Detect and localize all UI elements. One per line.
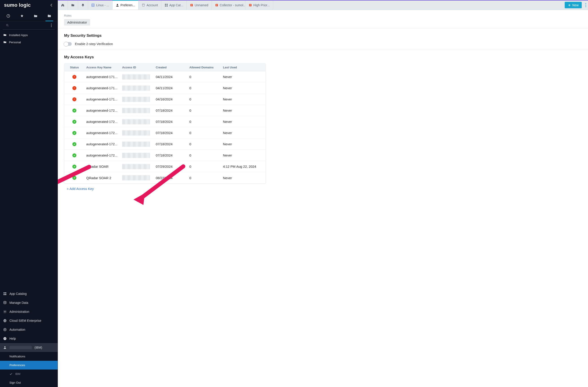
table-row[interactable]: autogenerated-171...04/16/20240Never (64, 94, 266, 105)
table-row[interactable]: autogenerated-171...04/11/20240Never (64, 71, 266, 83)
nav-shared[interactable] (30, 12, 41, 20)
svg-point-9 (4, 301, 6, 302)
tabs-overflow[interactable] (584, 0, 588, 10)
tab-high-priority[interactable]: High Prior... (245, 0, 273, 10)
tab-preferences[interactable]: Preferen... (112, 0, 139, 10)
nav-preferences[interactable]: Preferences (0, 361, 58, 369)
nav-label: Administration (9, 310, 29, 313)
key-id (120, 130, 154, 136)
tab-label: Unnamed (195, 3, 209, 7)
role-chip: Administrator (64, 19, 90, 25)
key-domains: 0 (188, 86, 221, 90)
table-row[interactable]: autogenerated-171...04/11/20240Never (64, 83, 266, 94)
tab-unnamed[interactable]: Unnamed (187, 0, 212, 10)
log-icon (215, 3, 218, 7)
col-id[interactable]: Access ID (120, 66, 154, 69)
status-warn-icon (72, 75, 76, 79)
tab-home[interactable] (58, 0, 68, 10)
nav-administration[interactable]: Administration (0, 307, 58, 316)
tab-label: High Prior... (253, 3, 270, 7)
col-name[interactable]: Access Key Name (84, 66, 120, 69)
add-access-key-link[interactable]: + Add Access Key (64, 184, 97, 194)
content-scroll[interactable]: Roles Administrator My Security Settings… (58, 10, 588, 387)
table-row[interactable]: autogenerated-172...07/18/20240Never (64, 116, 266, 127)
nav-label: Automation (9, 328, 25, 331)
table-row[interactable]: autogenerated-172...07/18/20240Never (64, 150, 266, 161)
tree-installed-apps[interactable]: Installed Apps (0, 31, 58, 39)
key-id (120, 108, 154, 113)
nav-favorites[interactable] (17, 12, 27, 20)
nav-recent[interactable] (3, 12, 13, 20)
main: Linux - ... Preferen... Account App Cat.… (58, 0, 588, 387)
sidebar-tree: Installed Apps Personal (0, 30, 58, 289)
status-cell (64, 108, 84, 112)
nav-user[interactable]: (IBM) (0, 343, 58, 352)
status-cell (64, 142, 84, 146)
arrow-left-icon (49, 3, 54, 7)
table-row[interactable]: autogenerated-172...07/18/20240Never (64, 127, 266, 139)
key-created: 04/11/2024 (154, 86, 188, 90)
tab-app-catalog[interactable]: App Cat... (161, 0, 187, 10)
key-id (120, 119, 154, 125)
key-created: 07/29/2024 (154, 165, 188, 168)
table-row[interactable]: autogenerated-172...07/18/20240Never (64, 139, 266, 150)
table-row[interactable]: QRadar SOAR07/29/202404:12 PM Aug 22, 20… (64, 161, 266, 172)
tab-linux[interactable]: Linux - ... (88, 0, 112, 10)
nav-notifications[interactable]: Notifications (0, 352, 58, 361)
nav-library[interactable] (44, 12, 54, 20)
svg-rect-20 (167, 4, 168, 5)
log-icon (249, 3, 252, 7)
nav-sign-out[interactable]: Sign Out (0, 378, 58, 387)
plus-icon (568, 4, 571, 7)
status-cell (64, 153, 84, 157)
nav-org[interactable]: IBM (0, 369, 58, 378)
tab-collector[interactable]: Collector - sumol... (212, 0, 245, 10)
two-step-toggle[interactable] (64, 42, 72, 46)
two-step-row: Enable 2-step Verification (64, 42, 582, 46)
svg-point-4 (51, 26, 52, 27)
table-row[interactable]: QRadar SOAR 208/22/20240Never (64, 172, 266, 183)
key-name: autogenerated-172... (84, 120, 120, 124)
nav-automation[interactable]: Automation (0, 325, 58, 334)
tab-account[interactable]: Account (139, 0, 161, 10)
col-last-used[interactable]: Last Used (221, 66, 261, 69)
nav-help[interactable]: ? Help (0, 334, 58, 343)
key-domains: 0 (188, 165, 221, 168)
svg-point-3 (51, 25, 52, 25)
tree-personal[interactable]: Personal (0, 39, 58, 46)
svg-point-2 (51, 23, 52, 24)
sidebar-search-menu[interactable] (50, 23, 53, 28)
sidebar-search-input[interactable] (10, 24, 50, 27)
col-status[interactable]: Status (64, 66, 84, 69)
key-domains: 0 (188, 75, 221, 79)
access-keys-heading: My Access Keys (64, 55, 582, 59)
collapse-sidebar-button[interactable] (49, 2, 54, 8)
nav-cloud-siem[interactable]: Cloud SIEM Enterprise (0, 316, 58, 325)
tab-label: App Cat... (169, 3, 183, 7)
tab-label: Preferen... (121, 3, 135, 7)
key-last-used: 4:12 PM Aug 22, 2024 (221, 165, 261, 168)
key-name: QRadar SOAR 2 (84, 176, 120, 180)
folder-icon (3, 40, 7, 44)
key-last-used: Never (221, 97, 261, 101)
new-button[interactable]: New (565, 2, 582, 8)
svg-point-27 (585, 5, 586, 6)
check-icon (9, 372, 13, 376)
col-created[interactable]: Created (154, 66, 188, 69)
nav-app-catalog[interactable]: App Catalog (0, 289, 58, 298)
status-ok-icon (72, 176, 76, 180)
col-domains[interactable]: Allowed Domains (188, 66, 221, 69)
user-icon (3, 346, 7, 349)
status-cell (64, 131, 84, 135)
tab-alerts[interactable] (78, 0, 88, 10)
key-last-used: Never (221, 131, 261, 135)
nav-manage-data[interactable]: Manage Data (0, 298, 58, 307)
table-row[interactable]: autogenerated-172...07/18/20240Never (64, 105, 266, 116)
svg-point-26 (585, 3, 586, 4)
tab-library[interactable] (68, 0, 78, 10)
svg-rect-21 (165, 5, 166, 6)
nav-label: Sign Out (9, 381, 21, 384)
key-last-used: Never (221, 120, 261, 124)
shield-network-icon (3, 319, 7, 322)
key-name: QRadar SOAR (84, 165, 120, 168)
